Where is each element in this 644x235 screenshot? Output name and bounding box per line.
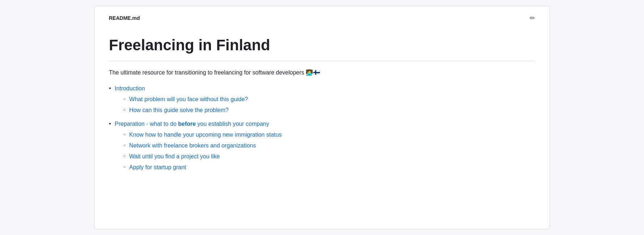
filename: README.md [109, 15, 140, 21]
file-header: README.md ✏ [109, 15, 535, 21]
content-card: README.md ✏ Freelancing in Finland The u… [94, 6, 550, 229]
sub-list-introduction: ○ What problem will you face without thi… [123, 95, 248, 115]
link-how-solve[interactable]: How can this guide solve the problem? [129, 106, 229, 115]
sub-item-immigration: ○ Know how to handle your upcoming new i… [123, 131, 282, 139]
bullet-open-3: ○ [123, 131, 126, 138]
toc-list: ● Introduction ○ What problem will you f… [109, 84, 535, 174]
preparation-prefix: Preparation - what to do [115, 121, 178, 127]
edit-icon[interactable]: ✏ [530, 15, 535, 21]
toc-item-introduction: ● Introduction ○ What problem will you f… [109, 84, 535, 117]
link-startup-grant[interactable]: Apply for startup grant [129, 163, 186, 172]
readme-content: Freelancing in Finland The ultimate reso… [109, 30, 535, 174]
bullet-open-5: ○ [123, 153, 126, 159]
bullet-open-1: ○ [123, 96, 126, 102]
toc-item-introduction-content: Introduction ○ What problem will you fac… [115, 84, 248, 117]
sub-item-how-solve: ○ How can this guide solve the problem? [123, 106, 248, 115]
link-network[interactable]: Network with freelance brokers and organ… [129, 141, 256, 150]
sub-item-wait: ○ Wait until you find a project you like [123, 152, 282, 161]
toc-item-preparation: ● Preparation - what to do before you es… [109, 120, 535, 174]
page-wrapper: README.md ✏ Freelancing in Finland The u… [0, 0, 644, 235]
link-introduction[interactable]: Introduction [115, 85, 145, 91]
main-title: Freelancing in Finland [109, 36, 535, 61]
bullet-filled-2: ● [109, 120, 111, 127]
sub-item-startup-grant: ○ Apply for startup grant [123, 163, 282, 172]
link-immigration[interactable]: Know how to handle your upcoming new imm… [129, 131, 282, 139]
bullet-open-6: ○ [123, 164, 126, 170]
preparation-suffix: you establish your company [196, 121, 269, 127]
link-what-problem[interactable]: What problem will you face without this … [129, 95, 248, 104]
toc-item-preparation-content: Preparation - what to do before you esta… [115, 120, 282, 174]
bullet-filled-1: ● [109, 85, 111, 91]
link-wait[interactable]: Wait until you find a project you like [129, 152, 220, 161]
bullet-open-4: ○ [123, 142, 126, 149]
preparation-bold: before [178, 121, 196, 127]
subtitle: The ultimate resource for transitioning … [109, 68, 535, 77]
sub-item-what-problem: ○ What problem will you face without thi… [123, 95, 248, 104]
bullet-open-2: ○ [123, 107, 126, 113]
sub-item-network: ○ Network with freelance brokers and org… [123, 141, 282, 150]
link-preparation[interactable]: Preparation - what to do before you esta… [115, 121, 269, 127]
sub-list-preparation: ○ Know how to handle your upcoming new i… [123, 131, 282, 172]
